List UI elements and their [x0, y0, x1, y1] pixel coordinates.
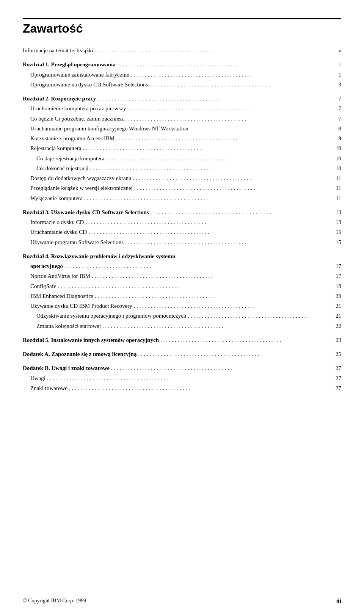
toc-item-ibm-diag: IBM Enhanced Diagnostics . . . . . . . .… — [23, 292, 341, 301]
toc-page-shutdown: 11 — [334, 194, 341, 203]
toc-item-reg-what: Co daje rejestracja komputera . . . . . … — [23, 154, 341, 163]
toc-page-uwagi: 27 — [334, 374, 341, 383]
toc-item-config-program: Uruchamianie programu konfiguracyjnego W… — [23, 124, 341, 133]
toc-item-uwagi: Uwagi . . . . . . . . . . . . . . . . . … — [23, 374, 341, 383]
toc-item-shutdown: Wyłączanie komputera . . . . . . . . . .… — [23, 194, 341, 203]
toc-item-chapter3: Rozdział 3. Używanie dysku CD Software S… — [23, 208, 341, 217]
toc-label-chapter2: Rozdział 2. Rozpoczęcie pracy — [23, 94, 96, 103]
toc-page-what-needed: 7 — [334, 114, 341, 123]
toc-item-appendixB: Dodatek B. Uwagi i znaki towarowe . . . … — [23, 364, 341, 373]
toc-item-appendixA: Dodatek A. Zapoznanie się z umową licenc… — [23, 350, 341, 359]
toc-label-first-start: Uruchomienie komputera po raz pierwszy — [23, 104, 126, 113]
toc-dots-screensaver: . . . . . . . . . . . . . . . . . . . . … — [133, 174, 333, 183]
toc-page-cd-recovery: 21 — [334, 302, 341, 310]
toc-label-cd-run: Uruchamianie dysku CD — [23, 228, 87, 237]
toc-page-os-recovery: 21 — [334, 312, 341, 320]
toc-page-registration: 10 — [334, 144, 341, 153]
toc-label-os-recovery: Odzyskiwanie systemu operacyjnego i prog… — [23, 312, 186, 320]
toc-dots-reg-how: . . . . . . . . . . . . . . . . . . . . … — [90, 164, 333, 173]
toc-dots-cd-software: . . . . . . . . . . . . . . . . . . . . … — [149, 80, 333, 89]
toc-page-chapter4: 17 — [334, 262, 341, 271]
footer-copyright: © Copyright IBM Corp. 1999 — [23, 598, 86, 605]
toc-page-reg-what: 10 — [334, 154, 341, 163]
toc-page-first-start: 7 — [334, 104, 341, 113]
toc-label-uwagi: Uwagi — [23, 374, 46, 383]
toc-label-config-program: Uruchamianie programu konfiguracyjnego W… — [23, 124, 188, 133]
toc-item-first-start: Uruchomienie komputera po raz pierwszy .… — [23, 104, 341, 113]
toc-label-appendixA: Dodatek A. Zapoznanie się z umową licenc… — [23, 350, 136, 359]
toc-item-screensaver: Dostęp do dodatkowych wygaszaczy ekranu … — [23, 174, 341, 183]
toc-item-ebooks: Przeglądanie książek w wersji elektronic… — [23, 184, 341, 193]
toc-page-chapter1: 1 — [334, 60, 341, 69]
toc-page-cd-software: 3 — [334, 80, 341, 89]
toc-dots-shutdown: . . . . . . . . . . . . . . . . . . . . … — [84, 194, 333, 203]
toc-dots-appendixA: . . . . . . . . . . . . . . . . . . . . … — [138, 350, 333, 359]
toc-item-installed-software: Oprogramowanie zainstalowane fabrycznie … — [23, 71, 341, 79]
toc-dots-uwagi: . . . . . . . . . . . . . . . . . . . . … — [47, 374, 333, 383]
toc-page-appendixB: 27 — [334, 364, 341, 373]
toc-item-chapter4-line2: operacyjnego . . . . . . . . . . . . . .… — [23, 262, 341, 271]
toc-label-chapter3: Rozdział 3. Używanie dysku CD Software S… — [23, 208, 149, 217]
toc-label-chapter1: Rozdział 1. Przegląd oprogramowania — [23, 60, 116, 69]
toc-page-znaki: 27 — [334, 384, 341, 393]
toc-label-access-ibm: Korzystanie z programu Access IBM — [23, 134, 115, 143]
toc-label-shutdown: Wyłączanie komputera — [23, 194, 83, 203]
toc-item-chapter5: Rozdział 5. Instalowanie innych systemów… — [23, 336, 341, 345]
toc-page-chapter2: 7 — [334, 94, 341, 103]
toc-item-boot-order: Zmiana kolejności startowej . . . . . . … — [23, 322, 341, 331]
toc-dots-cd-run: . . . . . . . . . . . . . . . . . . . . … — [88, 228, 333, 237]
toc-label-appendixB: Dodatek B. Uwagi i znaki towarowe — [23, 364, 110, 373]
toc-item-registration: Rejestracja komputera . . . . . . . . . … — [23, 144, 341, 153]
toc-page-cd-run: 15 — [334, 228, 341, 237]
toc-dots-registration: . . . . . . . . . . . . . . . . . . . . … — [83, 144, 333, 153]
toc-dots-access-ibm: . . . . . . . . . . . . . . . . . . . . … — [116, 134, 333, 143]
toc-label-software-use: Używanie programu Software Selections — [23, 238, 124, 247]
toc-label-ibm-diag: IBM Enhanced Diagnostics — [23, 292, 93, 301]
toc-dots-chapter5: . . . . . . . . . . . . . . . . . . . . … — [160, 336, 333, 345]
toc-page-reg-how: 10 — [334, 164, 341, 173]
toc-label-what-needed: Co będzie Ci potrzebne, zanim zaczniesz — [23, 114, 124, 123]
toc-label-info-book: Informacje na temat tej książki — [23, 46, 93, 55]
toc-dots-ibm-diag: . . . . . . . . . . . . . . . . . . . . … — [95, 292, 333, 301]
toc-item-access-ibm: Korzystanie z programu Access IBM . . . … — [23, 134, 341, 143]
toc-dots-what-needed: . . . . . . . . . . . . . . . . . . . . … — [126, 114, 333, 123]
toc-dots-software-use: . . . . . . . . . . . . . . . . . . . . … — [125, 238, 333, 247]
toc-item-what-needed: Co będzie Ci potrzebne, zanim zaczniesz … — [23, 114, 341, 123]
toc-page-config-program: 8 — [334, 124, 341, 133]
toc-dots-cd-info: . . . . . . . . . . . . . . . . . . . . … — [85, 218, 333, 227]
toc-item-cd-info: Informacje o dysku CD . . . . . . . . . … — [23, 218, 341, 227]
toc-page-chapter5: 23 — [334, 336, 341, 345]
toc-dots-info-book: . . . . . . . . . . . . . . . . . . . . … — [95, 46, 333, 55]
toc-item-reg-how: Jak dokonać rejestracji . . . . . . . . … — [23, 164, 341, 173]
toc-page-ebooks: 11 — [334, 184, 341, 193]
toc-item-software-use: Używanie programu Software Selections . … — [23, 238, 341, 247]
toc-page-installed-software: 1 — [334, 71, 341, 79]
toc-page-norton: 17 — [334, 272, 341, 281]
toc-dots-chapter4-line2: . . . . . . . . . . . . . . . . . . . . … — [64, 262, 333, 271]
toc-label-chapter4-line1: Rozdział 4. Rozwiązywanie problemów i od… — [23, 252, 176, 261]
toc-dots-chapter1: . . . . . . . . . . . . . . . . . . . . … — [117, 60, 333, 69]
toc-dots-znaki: . . . . . . . . . . . . . . . . . . . . … — [69, 384, 333, 393]
toc-page-screensaver: 11 — [334, 174, 341, 183]
toc-label-cd-recovery: Używanie dysku CD IBM Product Recovery — [23, 302, 132, 310]
toc-page-software-use: 15 — [334, 238, 341, 247]
toc-label-screensaver: Dostęp do dodatkowych wygaszaczy ekranu — [23, 174, 132, 183]
toc-dots-boot-order: . . . . . . . . . . . . . . . . . . . . … — [102, 322, 333, 331]
toc-page-configsafe: 18 — [334, 282, 341, 291]
page-title: Zawartość — [23, 22, 341, 36]
toc-page-boot-order: 22 — [334, 322, 341, 331]
toc-dots-os-recovery: . . . . . . . . . . . . . . . . . . . . … — [188, 312, 333, 320]
toc-label-installed-software: Oprogramowanie zainstalowane fabrycznie — [23, 71, 129, 79]
toc-label-reg-what: Co daje rejestracja komputera — [23, 154, 105, 163]
toc-item-norton: Norton AntiVirus for IBM . . . . . . . .… — [23, 272, 341, 281]
toc-dots-first-start: . . . . . . . . . . . . . . . . . . . . … — [127, 104, 333, 113]
toc-dots-installed-software: . . . . . . . . . . . . . . . . . . . . … — [131, 71, 333, 79]
toc-container: Informacje na temat tej książki . . . . … — [23, 46, 341, 393]
toc-label-chapter5: Rozdział 5. Instalowanie innych systemów… — [23, 336, 159, 345]
toc-item-configsafe: ConfigSafe . . . . . . . . . . . . . . .… — [23, 282, 341, 291]
title-bar — [23, 18, 341, 19]
toc-item-cd-recovery: Używanie dysku CD IBM Product Recovery .… — [23, 302, 341, 310]
toc-label-ebooks: Przeglądanie książek w wersji elektronic… — [23, 184, 133, 193]
toc-item-cd-run: Uruchamianie dysku CD . . . . . . . . . … — [23, 228, 341, 237]
toc-page-chapter3: 13 — [334, 208, 341, 217]
